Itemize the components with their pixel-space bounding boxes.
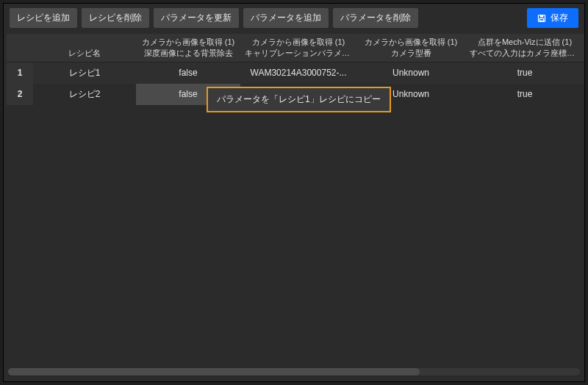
cell-camera-coords[interactable]: true — [465, 62, 584, 84]
row-index: 2 — [7, 84, 33, 105]
cell-camera-coords[interactable]: true — [465, 84, 584, 105]
col-index — [7, 34, 33, 62]
menu-copy-param-to-recipe[interactable]: パラメータを「レシピ1」レシピにコピー — [217, 92, 381, 107]
save-button[interactable]: 保存 — [527, 8, 578, 28]
cell-calib-group[interactable]: WAM30214A3000752-... — [240, 62, 356, 84]
svg-rect-1 — [540, 15, 544, 17]
toolbar: レシピを追加 レシピを削除 パラメータを更新 パラメータを追加 パラメータを削除… — [4, 4, 584, 34]
add-param-button[interactable]: パラメータを追加 — [243, 8, 329, 28]
cell-camera-model[interactable]: Unknown — [356, 62, 465, 84]
table-header-row: . レシピ名 カメラから画像を取得 (1) 深度画像による背景除去 カメラから画… — [7, 34, 584, 62]
delete-recipe-button[interactable]: レシピを削除 — [82, 8, 149, 28]
table-row[interactable]: 1 レシピ1 false WAM30214A3000752-... Unknow… — [7, 62, 584, 84]
save-icon — [537, 14, 546, 23]
scrollbar-thumb[interactable] — [8, 368, 420, 375]
delete-param-button[interactable]: パラメータを削除 — [333, 8, 418, 28]
cell-recipe-name[interactable]: レシピ2 — [33, 84, 136, 105]
add-recipe-button[interactable]: レシピを追加 — [10, 8, 77, 28]
context-menu[interactable]: パラメータを「レシピ1」レシピにコピー — [207, 87, 391, 112]
horizontal-scrollbar[interactable] — [8, 368, 580, 375]
row-index: 1 — [7, 62, 33, 84]
col-depth-bg-remove[interactable]: カメラから画像を取得 (1) 深度画像による背景除去 — [136, 34, 240, 62]
col-calib-group[interactable]: カメラから画像を取得 (1) キャリブレーションパラメータグループ — [240, 34, 356, 62]
cell-depth-bg[interactable]: false — [136, 62, 240, 84]
col-camera-coords[interactable]: 点群をMech-Vizに送信 (1) すべての入力はカメラ座標系にある — [465, 34, 584, 62]
save-label: 保存 — [551, 12, 568, 24]
recipe-table-area: . レシピ名 カメラから画像を取得 (1) 深度画像による背景除去 カメラから画… — [4, 34, 584, 367]
cell-recipe-name[interactable]: レシピ1 — [33, 62, 136, 84]
col-name[interactable]: . レシピ名 — [33, 34, 136, 62]
col-camera-model[interactable]: カメラから画像を取得 (1) カメラ型番 — [356, 34, 465, 62]
update-param-button[interactable]: パラメータを更新 — [154, 8, 239, 28]
svg-rect-2 — [539, 18, 543, 21]
